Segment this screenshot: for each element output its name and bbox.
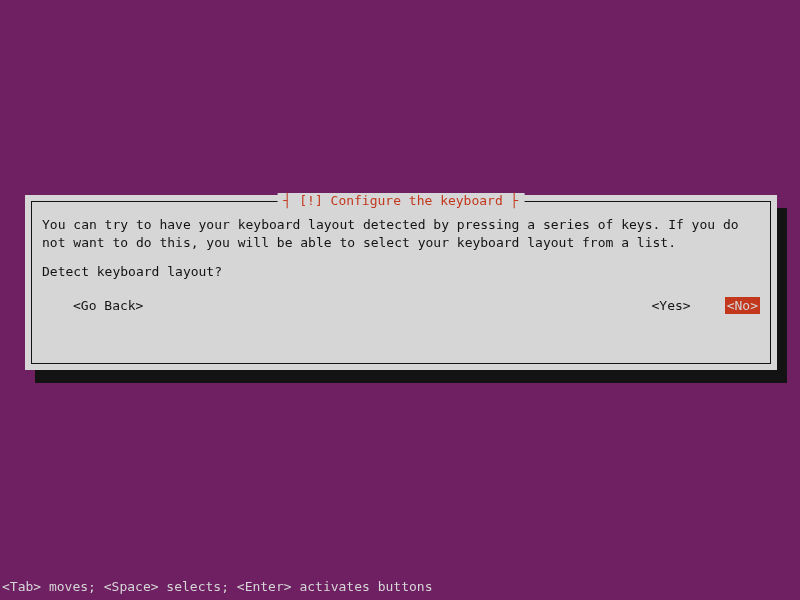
yes-button[interactable]: <Yes> <box>652 298 691 313</box>
dialog-body: You can try to have your keyboard layout… <box>42 216 760 314</box>
dialog-border: ┤ [!] Configure the keyboard ├ You can t… <box>31 201 771 364</box>
title-bracket-right-icon: ├ <box>511 193 519 208</box>
body-description: You can try to have your keyboard layout… <box>42 216 760 251</box>
title-text: Configure the keyboard <box>331 193 511 208</box>
no-button[interactable]: <No> <box>725 297 760 314</box>
title-exclaim: [!] <box>291 193 330 208</box>
dialog-window: ┤ [!] Configure the keyboard ├ You can t… <box>25 195 777 370</box>
button-row: <Go Back> <Yes> <No> <box>42 297 760 314</box>
dialog-title: ┤ [!] Configure the keyboard ├ <box>278 193 525 208</box>
status-bar: <Tab> moves; <Space> selects; <Enter> ac… <box>2 579 432 594</box>
go-back-button[interactable]: <Go Back> <box>73 298 143 313</box>
title-bracket-left-icon: ┤ <box>284 193 292 208</box>
body-question: Detect keyboard layout? <box>42 264 760 279</box>
